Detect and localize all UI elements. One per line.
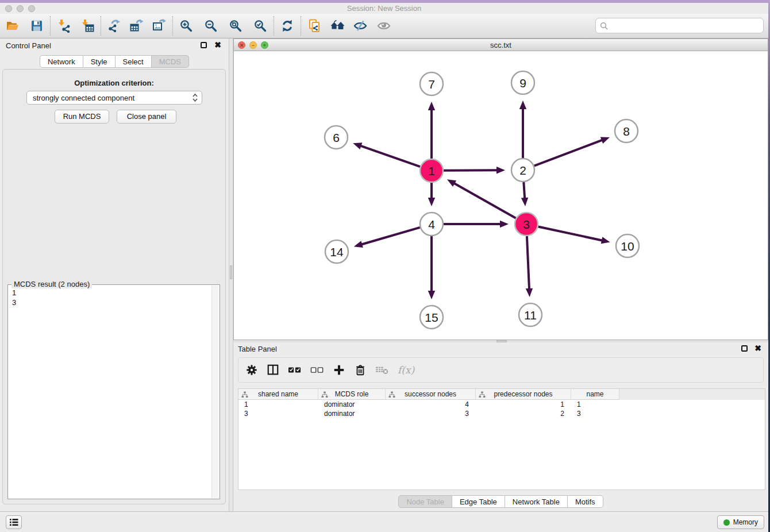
table-cell[interactable]: dominator xyxy=(318,409,386,418)
run-mcds-button[interactable]: Run MCDS xyxy=(55,110,109,124)
panel-splitter[interactable] xyxy=(229,38,233,511)
save-session-icon[interactable] xyxy=(28,17,46,35)
tab-node-table[interactable]: Node Table xyxy=(398,495,452,508)
column-header-name[interactable]: name xyxy=(571,389,619,400)
hide-graphics-icon[interactable] xyxy=(351,17,369,35)
control-panel-title: Control Panel xyxy=(6,41,51,50)
criterion-dropdown[interactable]: strongly connected component xyxy=(26,91,202,105)
tab-edge-table[interactable]: Edge Table xyxy=(452,495,505,508)
toolbar-separator xyxy=(274,16,274,36)
tab-network-table[interactable]: Network Table xyxy=(505,495,568,508)
graph-node-label: 9 xyxy=(519,76,526,90)
column-label: predecessor nodes xyxy=(494,390,552,398)
status-bar: Memory xyxy=(0,511,768,532)
select-all-columns-icon[interactable] xyxy=(288,361,302,379)
column-header-MCDS-role[interactable]: MCDS role xyxy=(318,389,386,400)
zoom-selected-icon[interactable] xyxy=(251,17,270,35)
open-session-icon[interactable] xyxy=(3,17,22,35)
task-history-button[interactable] xyxy=(6,515,22,529)
home-icon[interactable] xyxy=(329,17,347,35)
search-box[interactable] xyxy=(595,18,764,33)
tab-network[interactable]: Network xyxy=(40,55,83,68)
close-table-panel-icon[interactable]: ✖ xyxy=(754,344,761,353)
table-cell[interactable]: 3 xyxy=(571,409,619,418)
column-header-successor-nodes[interactable]: successor nodes xyxy=(386,389,476,400)
maximize-traffic-icon[interactable] xyxy=(28,5,35,12)
column-header-predecessor-nodes[interactable]: predecessor nodes xyxy=(476,389,571,400)
network-graph[interactable]: 7968124314101511 xyxy=(234,51,768,339)
network-window-titlebar[interactable]: ✕ − + scc.txt xyxy=(233,38,768,51)
edge-1-2[interactable] xyxy=(444,170,498,171)
control-panel: Control Panel ✖ NetworkStyleSelectMCDS O… xyxy=(0,38,229,511)
table-row[interactable]: 3dominator323 xyxy=(238,409,765,418)
add-row-icon[interactable] xyxy=(333,361,345,379)
splitter-grip[interactable] xyxy=(230,265,232,279)
main-toolbar xyxy=(0,14,768,38)
network-canvas[interactable]: 7968124314101511 xyxy=(233,51,768,340)
apply-function-icon[interactable]: f(x) xyxy=(398,361,414,379)
delete-table-icon[interactable] xyxy=(375,361,389,379)
zoom-fit-icon[interactable] xyxy=(226,17,245,35)
edge-4-14[interactable] xyxy=(360,228,420,245)
minimize-traffic-icon[interactable] xyxy=(17,5,24,12)
window-title: Session: New Session xyxy=(0,3,768,14)
export-table-icon[interactable] xyxy=(128,17,146,35)
table-cell[interactable]: 4 xyxy=(386,400,476,409)
zoom-in-icon[interactable] xyxy=(177,17,195,35)
table-cell[interactable]: 1 xyxy=(476,400,571,409)
float-panel-icon[interactable] xyxy=(201,42,207,48)
table-cell[interactable]: 3 xyxy=(238,409,318,418)
export-image-icon[interactable] xyxy=(150,17,168,35)
show-column-panel-icon[interactable] xyxy=(267,361,279,379)
graph-node-label: 6 xyxy=(333,131,340,144)
network-minimize-icon[interactable]: − xyxy=(249,41,257,49)
table-toolbar: f(x) xyxy=(238,357,764,383)
edge-3-10[interactable] xyxy=(538,226,603,240)
edge-arrowhead xyxy=(428,291,435,299)
mcds-result-title: MCDS result (2 nodes) xyxy=(11,280,92,288)
search-icon xyxy=(600,22,608,30)
refresh-icon[interactable] xyxy=(278,17,297,35)
toolbar-separator xyxy=(101,16,101,36)
close-traffic-icon[interactable] xyxy=(5,5,12,12)
table-cell[interactable]: 2 xyxy=(476,409,571,418)
delete-row-icon[interactable] xyxy=(354,361,367,379)
edge-arrowhead xyxy=(500,221,509,228)
show-graphics-icon[interactable] xyxy=(375,17,393,35)
tab-motifs[interactable]: Motifs xyxy=(568,495,603,508)
close-panel-icon[interactable]: ✖ xyxy=(214,40,221,49)
close-panel-button[interactable]: Close panel xyxy=(117,110,176,124)
column-header-shared-name[interactable]: shared name xyxy=(238,389,318,400)
column-label: MCDS role xyxy=(335,390,369,398)
table-cell[interactable]: dominator xyxy=(318,400,386,409)
edge-3-1[interactable] xyxy=(453,183,515,218)
table-cell[interactable]: 1 xyxy=(571,400,619,409)
clone-network-icon[interactable] xyxy=(305,17,324,35)
result-scrollbar[interactable] xyxy=(211,286,219,498)
import-table-icon[interactable] xyxy=(78,17,97,35)
deselect-all-columns-icon[interactable] xyxy=(310,361,324,379)
tab-style[interactable]: Style xyxy=(83,55,116,68)
export-network-icon[interactable] xyxy=(105,17,124,35)
edge-1-6[interactable] xyxy=(360,145,421,167)
import-network-icon[interactable] xyxy=(55,17,73,35)
table-settings-icon[interactable] xyxy=(245,361,258,379)
table-header-row: shared nameMCDS rolesuccessor nodesprede… xyxy=(238,389,765,400)
search-input[interactable] xyxy=(611,21,759,30)
node-table[interactable]: shared nameMCDS rolesuccessor nodesprede… xyxy=(238,388,765,490)
float-table-panel-icon[interactable] xyxy=(741,345,748,352)
network-close-icon[interactable]: ✕ xyxy=(238,41,245,49)
mcds-result-text[interactable]: 1 3 xyxy=(12,288,16,307)
edge-arrowhead xyxy=(428,102,435,110)
memory-button[interactable]: Memory xyxy=(717,515,764,529)
tab-mcds[interactable]: MCDS xyxy=(152,55,189,68)
table-row[interactable]: 1dominator411 xyxy=(238,400,765,409)
edge-2-8[interactable] xyxy=(534,140,603,165)
table-cell[interactable]: 3 xyxy=(386,409,476,418)
network-zoom-icon[interactable]: + xyxy=(261,41,268,49)
table-cell[interactable]: 1 xyxy=(238,400,318,409)
tab-select[interactable]: Select xyxy=(116,55,152,68)
edge-3-11[interactable] xyxy=(527,236,529,290)
edge-2-3[interactable] xyxy=(523,182,525,199)
zoom-out-icon[interactable] xyxy=(202,17,220,35)
